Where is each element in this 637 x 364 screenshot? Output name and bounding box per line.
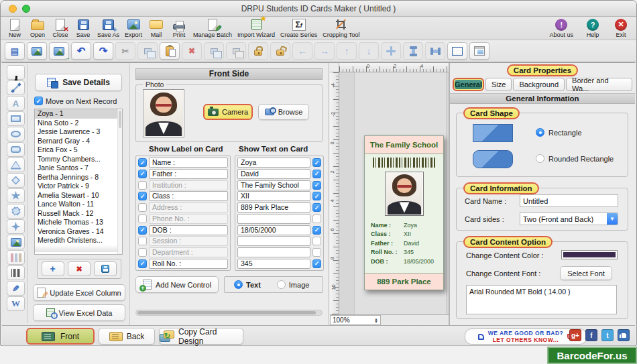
edit-paste-button[interactable] [160, 42, 180, 60]
toolbar-help[interactable]: ?Help [581, 17, 604, 38]
value-field[interactable] [237, 247, 310, 257]
value-field[interactable]: 18/05/2000 [237, 225, 310, 235]
card-preview[interactable]: The Family School Name :ZoyaClass :XIIFa… [364, 135, 444, 290]
camera-button[interactable]: Camera [203, 104, 253, 120]
value-checkbox[interactable] [312, 226, 321, 235]
select-font-button[interactable]: Select Font [560, 266, 612, 280]
value-field[interactable]: XII [237, 191, 310, 201]
toolbar-save[interactable]: Save [72, 17, 95, 38]
label-field[interactable]: Phone No. : [149, 214, 228, 224]
like-icon[interactable] [618, 329, 630, 341]
record-item[interactable]: Meredith Christens... [35, 236, 122, 245]
label-field[interactable]: Name : [149, 158, 228, 168]
font-preview-box[interactable]: Arial Rounded MT Bold ( 14.00 ) [466, 285, 617, 314]
image-radio[interactable] [277, 280, 286, 289]
label-field[interactable]: Session : [149, 236, 228, 246]
back-side-button[interactable]: Back [99, 328, 155, 345]
palette-ellipse-tool[interactable] [7, 127, 25, 141]
record-item[interactable]: Erica Fox - 5 [35, 145, 122, 155]
label-field[interactable]: Address : [149, 202, 228, 213]
toolbar-save-as[interactable]: +Save As [95, 17, 122, 38]
update-excel-column-button[interactable]: Update Excel Column [33, 284, 125, 301]
rounded-rectangle-radio[interactable] [536, 154, 544, 163]
palette-barcode-tool[interactable] [7, 265, 25, 280]
rectangle-shape-swatch[interactable] [473, 124, 513, 142]
canvas-body[interactable]: The Family School Name :ZoyaClass :XIIFa… [339, 72, 449, 314]
toolbar-exit[interactable]: ✕Exit [610, 17, 632, 38]
palette-pointer-tool[interactable] [7, 65, 25, 80]
record-item[interactable]: Lance Walton - 11 [35, 200, 122, 209]
edit-redo-button[interactable]: ↷ [93, 42, 113, 60]
palette-line-tool[interactable] [7, 80, 25, 95]
value-checkbox[interactable] [312, 181, 321, 190]
tab-background[interactable]: Background [513, 78, 565, 91]
value-checkbox[interactable] [312, 259, 321, 268]
value-checkbox[interactable] [312, 158, 321, 167]
browse-button[interactable]: Browse [258, 104, 309, 120]
label-field[interactable]: Roll No. : [149, 259, 228, 269]
record-item[interactable]: Russell Mack - 12 [35, 209, 122, 219]
feedback-banner[interactable]: WE ARE GOOD OR BAD? LET OTHERS KNOW... [465, 328, 587, 345]
edit-insert-image-button[interactable] [27, 42, 47, 60]
value-checkbox[interactable] [312, 248, 321, 257]
label-field[interactable]: DOB : [149, 225, 228, 235]
add-new-control-button[interactable]: Add New Control [135, 276, 219, 293]
label-field[interactable]: Father : [149, 169, 228, 179]
google-plus-icon[interactable]: g+ [569, 329, 581, 341]
edit-cut-button[interactable]: ✂ [115, 42, 135, 60]
edit-align-vertical-button[interactable] [403, 42, 423, 60]
record-item[interactable]: Jessie Lawrence - 3 [35, 127, 122, 137]
edit-design-note-button[interactable]: ▤ [5, 42, 25, 60]
facebook-icon[interactable]: f [585, 329, 597, 341]
label-checkbox[interactable] [138, 192, 147, 200]
label-checkbox[interactable] [138, 170, 147, 178]
front-side-button[interactable]: Front [26, 328, 95, 345]
value-field[interactable]: David [237, 169, 310, 179]
edit-move-up-button[interactable]: ↑ [337, 42, 357, 60]
add-record-button[interactable]: + [42, 261, 64, 276]
edit-lock-button[interactable] [248, 42, 268, 60]
edit-align-horizontal-button[interactable] [425, 42, 445, 60]
delete-record-button[interactable]: ✖ [68, 261, 91, 276]
edit-center-object-button[interactable] [381, 42, 401, 60]
edit-page-panel-button[interactable] [469, 42, 489, 60]
palette-diamond-tool[interactable] [7, 173, 25, 188]
palette-rounded-rectangle-tool[interactable] [7, 142, 25, 157]
toolbar-about-us[interactable]: !About us [546, 17, 576, 38]
edit-move-left-button[interactable]: ← [292, 42, 312, 60]
value-checkbox[interactable] [312, 203, 321, 212]
edit-undo-button[interactable]: ↶ [71, 42, 91, 60]
value-field[interactable]: 345 [237, 259, 310, 269]
palette-triangle-tool[interactable] [7, 158, 25, 172]
value-checkbox[interactable] [312, 192, 321, 200]
record-item[interactable]: Bernard Gray - 4 [35, 137, 122, 146]
palette-picture-tool[interactable] [7, 235, 25, 249]
value-checkbox[interactable] [312, 237, 321, 245]
rectangle-radio[interactable] [536, 128, 544, 137]
palette-library-tool[interactable] [7, 250, 25, 265]
palette-wordart-tool[interactable]: W [7, 296, 25, 311]
edit-bring-front-button[interactable] [204, 42, 224, 60]
value-checkbox[interactable] [312, 215, 321, 223]
edit-export-image2-button[interactable]: → [49, 42, 69, 60]
edit-send-back-button[interactable] [226, 42, 246, 60]
toolbar-close[interactable]: ✕Close [49, 17, 72, 38]
label-checkbox[interactable] [138, 259, 147, 268]
record-item-clipped[interactable] [35, 245, 122, 252]
label-checkbox[interactable] [138, 203, 147, 212]
toolbar-new[interactable]: New [3, 17, 26, 38]
student-photo[interactable] [143, 89, 184, 137]
toolbar-import-wizard[interactable]: ★Import Wizard [235, 17, 278, 38]
save-record-button[interactable] [94, 261, 117, 276]
record-item[interactable]: Bertha Jennings - 8 [35, 173, 122, 182]
content-color-swatch[interactable] [561, 250, 618, 259]
record-item[interactable]: Nina Soto - 2 [35, 119, 122, 128]
rounded-rectangle-shape-swatch[interactable] [473, 150, 513, 168]
record-item[interactable]: Amelia Stewart - 10 [35, 191, 122, 200]
zoom-stepper-icon[interactable]: ▲▼ [374, 318, 378, 323]
card-sides-select[interactable]: Two (Front and Back) ▼ [520, 213, 618, 225]
palette-text-tool[interactable]: A [7, 96, 25, 111]
toolbar-mail[interactable]: Mail [145, 17, 168, 38]
label-checkbox[interactable] [138, 237, 147, 245]
label-checkbox[interactable] [138, 215, 147, 223]
